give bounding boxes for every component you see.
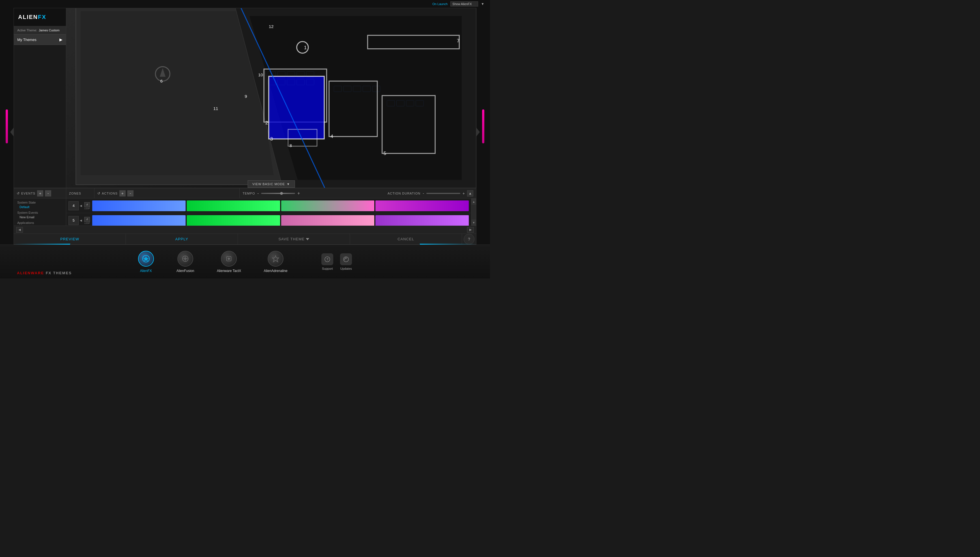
- help-button[interactable]: ?: [464, 234, 475, 244]
- events-add-button[interactable]: +: [37, 190, 43, 197]
- events-actions-area: System State Default System Events New E…: [14, 199, 476, 226]
- alienfusion-label: AlienFusion: [176, 269, 194, 273]
- default-event-item[interactable]: Default: [17, 205, 62, 208]
- tempo-label: TEMPO: [243, 192, 255, 195]
- zones-label: ZONES: [69, 192, 81, 195]
- svg-text:11: 11: [213, 106, 218, 111]
- swatch-2-2[interactable]: [187, 215, 280, 226]
- active-theme-value: James Custom: [39, 29, 59, 32]
- actions-add-button[interactable]: +: [119, 190, 126, 197]
- scroll-area: ▲ ▼: [471, 199, 476, 226]
- new-email-event-item[interactable]: New Email: [17, 215, 62, 219]
- apply-button[interactable]: APPLY: [126, 234, 238, 244]
- side-decoration-right: [476, 8, 490, 244]
- events-remove-button[interactable]: -: [45, 190, 51, 197]
- taskbar-item-alienfx[interactable]: AlienFX: [138, 251, 154, 273]
- preview-label: PREVIEW: [60, 237, 79, 241]
- actions-icon: ↺: [97, 191, 100, 195]
- sidebar: ALIENFX Active Theme: James Custom My Th…: [14, 8, 66, 188]
- action-arrow-2: ◀: [80, 219, 82, 222]
- loop-indicator-1: ↺ LOOP: [84, 202, 90, 210]
- alienfx-label: AlienFX: [140, 269, 152, 273]
- main-window: ALIENFX Active Theme: James Custom My Th…: [13, 8, 476, 244]
- scroll-down-button[interactable]: ▼: [471, 220, 476, 226]
- cancel-label: CANCEL: [398, 237, 414, 241]
- action-dur-plus-button[interactable]: +: [463, 191, 465, 195]
- launch-label: On Launch: [432, 2, 448, 6]
- taskbar-item-alienadrenaline[interactable]: AlienAdrenaline: [264, 251, 287, 273]
- action-duration-slider[interactable]: [426, 193, 460, 194]
- brand-text: ALIENWARE FX THEMES: [17, 271, 72, 275]
- loop-text-1: LOOP: [84, 207, 90, 210]
- swatch-2-4[interactable]: [375, 215, 469, 226]
- my-themes-button[interactable]: My Themes ▶: [14, 34, 66, 45]
- tempo-minus-button[interactable]: -: [258, 191, 259, 196]
- applications-group: Applications: [17, 221, 62, 225]
- nav-prev-button[interactable]: ◀: [16, 227, 23, 233]
- events-label: EVENTS: [21, 192, 35, 195]
- support-updates-area: ? Support Updates: [321, 253, 352, 270]
- actions-content: 4 ◀ ↺ LOOP: [66, 199, 471, 226]
- system-events-label: System Events: [17, 211, 62, 214]
- alienadrenaline-svg-icon: [272, 255, 279, 263]
- tactx-label: Alienware TactX: [217, 269, 241, 273]
- color-swatches-row1: [92, 200, 469, 211]
- svg-text:?: ?: [326, 257, 328, 261]
- loop-text-2: LOOP: [84, 222, 90, 224]
- updates-label: Updates: [340, 267, 352, 270]
- swatch-2-3[interactable]: [281, 215, 375, 226]
- save-theme-label: SAVE THEME: [278, 237, 305, 241]
- cancel-button[interactable]: CANCEL: [350, 234, 462, 244]
- scroll-up-button[interactable]: ▲: [467, 190, 473, 197]
- loop-icon-2: ↺: [84, 217, 90, 222]
- action-number-area-2: 5 ◀: [68, 216, 82, 225]
- scroll-up-button[interactable]: ▲: [471, 199, 476, 205]
- launch-select[interactable]: Show AlienFX Hide AlienFX Minimize: [450, 2, 478, 7]
- zones-section: ZONES: [66, 188, 95, 198]
- action-number-1: 4: [68, 201, 79, 210]
- svg-text:8: 8: [289, 143, 292, 148]
- support-button[interactable]: ? Support: [321, 253, 333, 270]
- active-theme-bar: Active Theme: James Custom: [14, 26, 66, 34]
- action-bar: PREVIEW APPLY SAVE THEME CANCEL ?: [14, 233, 476, 244]
- preview-button[interactable]: PREVIEW: [14, 234, 126, 244]
- actions-with-scroll: 4 ◀ ↺ LOOP: [66, 199, 476, 226]
- tactx-icon: [221, 251, 237, 267]
- alienfusion-icon: [178, 251, 193, 267]
- dropdown-arrow-icon: ▼: [481, 2, 484, 6]
- logo: ALIENFX: [18, 14, 46, 20]
- swatch-1-4[interactable]: [375, 200, 469, 211]
- view-mode-dropdown-icon: ▼: [287, 182, 290, 186]
- nav-next-button[interactable]: ▶: [467, 227, 474, 233]
- active-theme-label: Active Theme:: [17, 29, 37, 32]
- color-swatches-row2: [92, 215, 469, 226]
- svg-point-52: [228, 257, 230, 260]
- tempo-plus-button[interactable]: +: [297, 191, 300, 196]
- scroll-track: [471, 205, 476, 220]
- swatch-1-2[interactable]: [187, 200, 280, 211]
- swatch-2-1[interactable]: [92, 215, 186, 226]
- taskbar-item-tactx[interactable]: Alienware TactX: [217, 251, 241, 273]
- updates-button[interactable]: Updates: [340, 253, 352, 270]
- actions-label: ACTIONS: [102, 192, 118, 195]
- save-theme-button[interactable]: SAVE THEME: [238, 234, 350, 244]
- tempo-slider[interactable]: [261, 193, 295, 194]
- actions-remove-button[interactable]: -: [127, 190, 134, 197]
- taskbar-item-alienfusion[interactable]: AlienFusion: [176, 251, 194, 273]
- view-basic-mode-button[interactable]: VIEW BASIC MODE ▼: [248, 181, 295, 188]
- my-themes-label: My Themes: [17, 37, 36, 42]
- svg-text:1: 1: [304, 45, 307, 50]
- action-number-2: 5: [68, 216, 79, 225]
- loop-indicator-2: ↺ LOOP: [84, 217, 90, 224]
- swatch-1-1[interactable]: [92, 200, 186, 211]
- swatch-1-3[interactable]: [281, 200, 375, 211]
- bottom-panel: ↺ EVENTS + - ZONES ↺ ACTIONS + - TEMPO -: [14, 188, 476, 244]
- actions-section: ↺ ACTIONS + -: [95, 188, 240, 198]
- svg-text:2: 2: [265, 120, 268, 125]
- action-duration-label: ACTION DURATION: [388, 192, 421, 195]
- action-dur-minus-button[interactable]: -: [423, 191, 424, 195]
- preview-area: 1 2 3 4 5 7: [66, 8, 476, 188]
- svg-marker-53: [272, 256, 279, 262]
- events-panel: System State Default System Events New E…: [14, 199, 66, 226]
- action-row: 4 ◀ ↺ LOOP: [66, 199, 471, 213]
